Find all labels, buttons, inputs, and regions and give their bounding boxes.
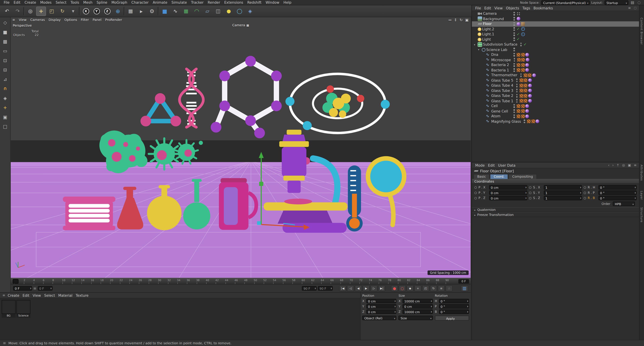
mode-button[interactable]: ▣ xyxy=(1,113,9,121)
material-menu-item[interactable]: Texture xyxy=(74,293,90,297)
toolbar-button[interactable]: ▦ xyxy=(181,6,191,16)
object-tag-icon[interactable] xyxy=(524,42,527,46)
object-tag-icon[interactable] xyxy=(517,58,521,62)
toolbar-button[interactable]: ◠ xyxy=(192,6,202,16)
object-tag-icon[interactable] xyxy=(528,84,532,87)
object-name[interactable]: Glass Tube 4 xyxy=(491,83,513,87)
material-menu-item[interactable]: Material xyxy=(56,293,74,297)
object-name[interactable]: Subdivision Surface xyxy=(483,42,517,46)
vertical-tab[interactable]: Content Browser xyxy=(640,17,643,44)
current-frame-field[interactable]: 0 F xyxy=(38,286,52,291)
object-row[interactable]: Floor xyxy=(472,21,639,26)
attribute-value-field[interactable]: 1 xyxy=(544,196,582,200)
current-frame-indicator[interactable]: 0 F xyxy=(458,279,469,284)
range-start-field[interactable]: 90 F xyxy=(302,286,317,291)
object-tag-icon[interactable] xyxy=(521,22,525,26)
viewport-menu-item[interactable]: View xyxy=(19,18,26,22)
object-tag-icon[interactable] xyxy=(519,99,523,103)
visibility-dots[interactable] xyxy=(513,22,515,26)
object-name[interactable]: Microscope xyxy=(491,58,511,62)
menu-item[interactable]: Select xyxy=(54,0,68,4)
view-nav-icon[interactable]: ▣ xyxy=(465,18,469,22)
record-scale-toggle[interactable]: ◰ xyxy=(422,285,429,292)
menu-item[interactable]: MoGraph xyxy=(109,0,129,4)
view-nav-icon[interactable]: ↔ xyxy=(448,18,452,22)
object-tag-icon[interactable] xyxy=(524,73,527,77)
viewport-menu-item[interactable]: ProRender xyxy=(105,18,122,22)
om-filter-icon[interactable]: ≡ xyxy=(627,6,632,10)
object-manager-menu-item[interactable]: Edit xyxy=(482,6,493,10)
toolbar-button[interactable]: ◰ xyxy=(47,6,57,16)
toolbar-button[interactable]: ■ xyxy=(160,6,170,16)
history-back-icon[interactable]: ‹ xyxy=(607,163,610,167)
collapsed-section[interactable]: ▸ Quaternion xyxy=(472,207,639,212)
visibility-dots[interactable] xyxy=(513,37,515,41)
material-menu-item[interactable]: Edit xyxy=(21,293,31,297)
keyframe-dot[interactable] xyxy=(529,197,532,199)
object-tag-icon[interactable] xyxy=(525,68,529,72)
object-tag-icon[interactable] xyxy=(528,78,532,82)
object-row[interactable]: Magnifying Glass xyxy=(472,119,639,124)
object-name[interactable]: Dna xyxy=(491,53,498,57)
toolbar-button[interactable]: X xyxy=(81,6,91,16)
order-dropdown[interactable]: HPB xyxy=(613,202,635,206)
attribute-menu-item[interactable]: User Data xyxy=(496,163,517,167)
viewport-menu-item[interactable]: Filter xyxy=(81,18,89,22)
toolbar-button[interactable]: + xyxy=(36,6,46,16)
menu-item[interactable]: Redshift xyxy=(245,0,264,4)
object-tag-icon[interactable] xyxy=(528,99,532,103)
keyframe-dot[interactable] xyxy=(474,186,477,189)
menu-item[interactable]: Modes xyxy=(38,0,54,4)
object-tag-icon[interactable] xyxy=(521,68,525,72)
material-name[interactable]: Science xyxy=(16,314,30,318)
viewport-menu-item[interactable]: Cameras xyxy=(30,18,45,22)
menu-item[interactable]: Render xyxy=(206,0,222,4)
size-mode-dropdown[interactable]: Size xyxy=(398,316,433,320)
vertical-tab[interactable]: Structure xyxy=(640,207,643,222)
find-icon[interactable]: ◎ xyxy=(621,163,626,167)
visibility-dots[interactable] xyxy=(513,16,515,21)
hud-toggle[interactable]: ▥ xyxy=(461,285,468,292)
object-tag-icon[interactable] xyxy=(517,114,520,118)
mode-button[interactable]: ⊿ xyxy=(1,75,9,83)
object-tag-icon[interactable] xyxy=(517,32,520,36)
toolbar-button[interactable]: ▱ xyxy=(202,6,212,16)
toolbar-button[interactable]: ◯ xyxy=(234,6,244,16)
object-row[interactable]: Background xyxy=(472,16,639,21)
range-end-field[interactable]: 90 F xyxy=(318,286,333,291)
menu-item[interactable]: Mesh xyxy=(81,0,94,4)
viewport-perspective[interactable]: ≡ ViewCamerasDisplayOptionsFilterPanelPr… xyxy=(11,17,471,278)
object-tag-icon[interactable] xyxy=(532,73,536,77)
attribute-value-field[interactable]: 0 cm xyxy=(489,190,528,195)
object-name[interactable]: Glass Tube 3 xyxy=(491,88,513,92)
visibility-dots[interactable] xyxy=(516,99,518,103)
object-tag-icon[interactable] xyxy=(536,119,540,123)
parent-object-icon[interactable]: ↑ xyxy=(616,163,620,167)
visibility-dots[interactable] xyxy=(513,11,515,16)
object-tag-icon[interactable] xyxy=(517,27,520,31)
toolbar-button[interactable] xyxy=(158,7,159,15)
visibility-dots[interactable] xyxy=(513,57,515,62)
mode-button[interactable]: ▩ xyxy=(1,38,9,46)
attribute-tab[interactable]: Basic xyxy=(474,174,490,179)
frame-menu-icon[interactable]: ≡ xyxy=(33,286,36,290)
coordinate-value-field[interactable]: 10000 cm xyxy=(402,310,433,314)
toolbar-button[interactable]: ▸ xyxy=(136,6,146,16)
attribute-value-field[interactable]: 0 cm xyxy=(489,196,528,200)
toolbar-button[interactable]: ● xyxy=(224,6,234,16)
object-row[interactable]: Cell xyxy=(472,103,639,109)
object-name[interactable]: Thermomether xyxy=(491,73,517,77)
toolbar-button[interactable]: ▦ xyxy=(126,6,136,16)
object-name[interactable]: Cell xyxy=(491,104,498,108)
object-tag-icon[interactable] xyxy=(525,114,529,118)
toolbar-button[interactable] xyxy=(24,7,25,15)
mode-button[interactable]: ∪ xyxy=(1,85,9,93)
visibility-dots[interactable] xyxy=(513,104,515,108)
visibility-dots[interactable] xyxy=(516,88,518,93)
mode-button[interactable]: □ xyxy=(1,123,9,131)
object-tag-icon[interactable] xyxy=(528,94,532,98)
vertical-tab[interactable]: Attributes xyxy=(640,165,643,181)
toolbar-button[interactable] xyxy=(79,7,80,15)
object-row[interactable]: Bacteria 1 xyxy=(472,67,639,73)
menu-item[interactable]: Help xyxy=(282,0,294,4)
